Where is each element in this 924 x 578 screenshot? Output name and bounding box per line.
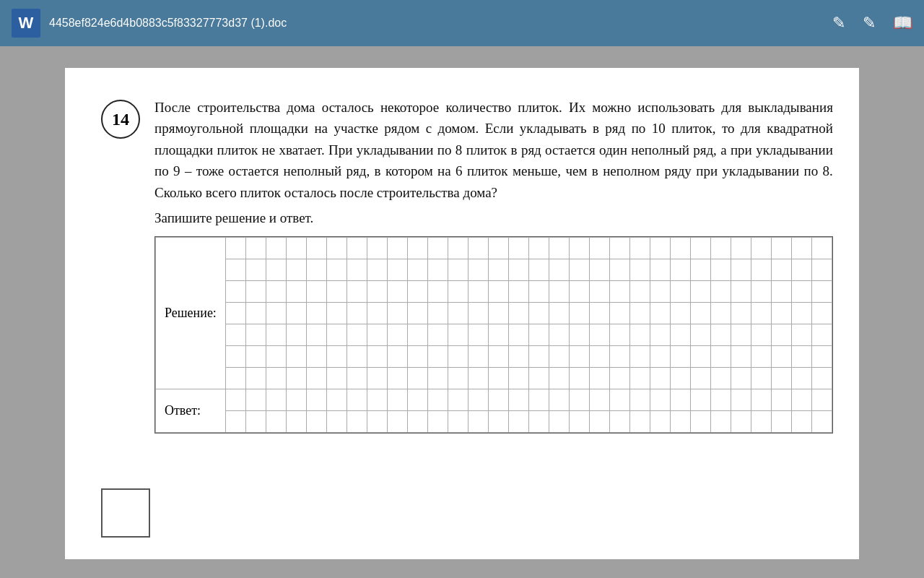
answer-grid-cell[interactable] [266,389,286,411]
answer-grid-cell[interactable] [690,389,710,411]
grid-cell[interactable] [387,238,407,259]
answer-grid-cell[interactable] [751,389,771,411]
grid-cell[interactable] [508,368,528,389]
grid-cell[interactable] [609,368,629,389]
grid-cell[interactable] [791,303,811,324]
grid-cell[interactable] [468,346,488,368]
grid-cell[interactable] [569,303,589,324]
grid-cell[interactable] [306,259,326,281]
edit-icon[interactable]: ✎ [832,15,845,31]
grid-cell[interactable] [387,259,407,281]
grid-cell[interactable] [367,303,387,324]
grid-cell[interactable] [569,324,589,346]
grid-cell[interactable] [569,238,589,259]
answer-grid-cell[interactable] [650,389,670,411]
grid-cell[interactable] [710,259,731,281]
grid-cell[interactable] [650,368,670,389]
answer-grid-cell[interactable] [710,411,731,433]
grid-cell[interactable] [589,281,609,303]
grid-cell[interactable] [629,303,650,324]
answer-grid-cell[interactable] [427,411,448,433]
answer-grid-cell[interactable] [306,411,326,433]
grid-cell[interactable] [326,346,346,368]
answer-grid-cell[interactable] [508,389,528,411]
grid-cell[interactable] [771,238,791,259]
grid-cell[interactable] [609,324,629,346]
grid-cell[interactable] [549,346,569,368]
answer-grid-cell[interactable] [367,389,387,411]
grid-cell[interactable] [427,368,448,389]
grid-cell[interactable] [771,324,791,346]
grid-cell[interactable] [286,259,306,281]
grid-cell[interactable] [771,303,791,324]
grid-cell[interactable] [771,281,791,303]
grid-cell[interactable] [225,238,245,259]
grid-cell[interactable] [751,368,771,389]
grid-cell[interactable] [589,259,609,281]
answer-grid-cell[interactable] [225,389,245,411]
answer-grid-cell[interactable] [245,411,266,433]
grid-cell[interactable] [629,346,650,368]
grid-cell[interactable] [245,368,266,389]
grid-cell[interactable] [811,346,832,368]
grid-cell[interactable] [225,281,245,303]
answer-grid-cell[interactable] [387,411,407,433]
grid-cell[interactable] [549,259,569,281]
grid-cell[interactable] [468,259,488,281]
grid-cell[interactable] [346,324,367,346]
pen-icon[interactable]: ✎ [863,15,876,31]
grid-cell[interactable] [427,346,448,368]
grid-cell[interactable] [407,281,427,303]
grid-cell[interactable] [286,346,306,368]
grid-cell[interactable] [225,303,245,324]
grid-cell[interactable] [569,259,589,281]
grid-cell[interactable] [387,324,407,346]
grid-cell[interactable] [589,324,609,346]
answer-grid-cell[interactable] [650,411,670,433]
grid-cell[interactable] [488,281,508,303]
grid-cell[interactable] [731,259,751,281]
grid-cell[interactable] [326,259,346,281]
answer-grid-cell[interactable] [468,389,488,411]
answer-grid-cell[interactable] [326,411,346,433]
grid-cell[interactable] [225,346,245,368]
answer-grid-cell[interactable] [306,389,326,411]
grid-cell[interactable] [528,368,549,389]
grid-cell[interactable] [690,238,710,259]
grid-cell[interactable] [367,259,387,281]
grid-cell[interactable] [306,281,326,303]
grid-cell[interactable] [448,346,468,368]
answer-grid-cell[interactable] [569,389,589,411]
answer-grid-cell[interactable] [791,389,811,411]
grid-cell[interactable] [710,238,731,259]
grid-cell[interactable] [367,238,387,259]
grid-cell[interactable] [266,324,286,346]
answer-grid-cell[interactable] [731,389,751,411]
answer-grid-cell[interactable] [670,389,690,411]
grid-cell[interactable] [448,259,468,281]
grid-cell[interactable] [326,324,346,346]
grid-cell[interactable] [346,281,367,303]
grid-cell[interactable] [650,238,670,259]
answer-grid-cell[interactable] [245,389,266,411]
grid-cell[interactable] [407,238,427,259]
answer-grid-cell[interactable] [589,389,609,411]
grid-cell[interactable] [650,281,670,303]
grid-cell[interactable] [448,303,468,324]
grid-cell[interactable] [245,259,266,281]
answer-grid-cell[interactable] [549,389,569,411]
answer-grid-cell[interactable] [448,389,468,411]
grid-cell[interactable] [589,303,609,324]
grid-cell[interactable] [508,281,528,303]
grid-cell[interactable] [609,346,629,368]
grid-cell[interactable] [731,346,751,368]
grid-cell[interactable] [508,303,528,324]
grid-cell[interactable] [528,324,549,346]
grid-cell[interactable] [589,368,609,389]
grid-cell[interactable] [387,303,407,324]
grid-cell[interactable] [549,238,569,259]
grid-cell[interactable] [670,238,690,259]
grid-cell[interactable] [427,303,448,324]
answer-grid-cell[interactable] [811,389,832,411]
grid-cell[interactable] [731,324,751,346]
